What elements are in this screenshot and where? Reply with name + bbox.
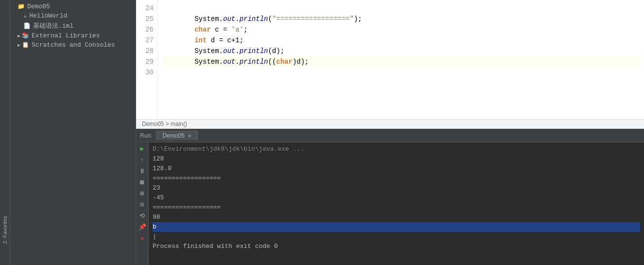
sidebar-item-scratches[interactable]: ▶ 📋 Scratches and Consoles [10,40,136,50]
code-token: System. [162,46,223,56]
main-area: 24 25 26 27 28 29 30 System.out.println(… [136,0,644,265]
output-line-98: 98 [153,212,640,222]
code-line-26: char c = 'a'; [162,24,640,35]
output-line-128: 128 [153,154,640,164]
code-token: (d); [268,46,284,56]
sidebar-file-tree: 📁 Demo05 ☕ HelloWorld 📄 基础语法.iml ▶ 📚 Ext… [10,0,136,265]
close-run-button[interactable]: ✕ [138,234,147,243]
reload-button[interactable]: ⟲ [138,212,147,220]
code-token [162,24,194,35]
code-token: ( [268,56,272,67]
sidebar-item-label: Demo05 [27,3,50,10]
output-line-23: 23 [153,183,640,193]
line-num-28: 28 [138,46,154,56]
run-label: Run: [140,132,152,139]
favorites-bar: 2: Favorites [0,0,10,265]
code-token: int [194,35,207,46]
grid1-button[interactable]: ⊞ [138,189,147,198]
code-token: ); [354,14,362,24]
line-num-26: 26 [138,24,154,35]
java-file-icon: ☕ [23,12,27,19]
line-num-30: 30 [138,67,154,78]
line-numbers: 24 25 26 27 28 29 30 [136,0,158,119]
code-token: println [240,14,268,24]
sidebar-item-iml[interactable]: 📄 基础语法.iml [10,20,136,31]
close-icon[interactable]: ✕ [188,133,191,139]
sidebar-item-label: External Libraries [32,32,100,39]
code-token: 'a' [231,24,244,35]
favorites-label[interactable]: 2: Favorites [1,214,9,246]
line-num-25: 25 [138,14,154,24]
code-token: char [194,24,211,35]
output-line-b: b [153,222,640,232]
run-tab-bar: Run: Demo05 ✕ [136,129,644,142]
code-token: out [223,14,235,24]
code-token: . [235,14,239,24]
code-line-24 [162,3,640,14]
run-body: ▶ ↑ ⏸ ⏹ ⊞ ⊟ ⟲ 📌 ✕ D:\Environment\jdk8\jd… [136,142,644,265]
code-editor[interactable]: System.out.println("==================")… [158,0,644,119]
sidebar-item-ext-libs[interactable]: ▶ 📚 External Libraries [10,31,136,40]
grid2-button[interactable]: ⊟ [138,200,147,209]
output-line-128-0: 128.0 [153,164,640,174]
editor-area: 24 25 26 27 28 29 30 System.out.println(… [136,0,644,119]
code-token: System. [162,56,223,67]
output-line-process: Process finished with exit code 0 [153,242,640,251]
line-num-24: 24 [138,3,154,14]
code-line-29: System.out.println((char)d); [162,56,640,67]
sidebar-item-label: 基础语法.iml [33,21,73,30]
pin-button[interactable]: 📌 [138,223,147,231]
sidebar-item-label: HelloWorld [29,12,67,19]
code-token: . [235,46,239,56]
output-line-eq1: ================== [153,174,640,183]
line-num-29: 29 [138,56,154,67]
output-line-cursor: | [153,232,640,242]
code-token: c = [211,24,231,35]
code-token: out [223,56,235,67]
iml-file-icon: 📄 [23,22,31,30]
line-num-27: 27 [138,35,154,46]
code-line-28: System.out.println(d); [162,46,640,56]
breadcrumb-text: Demo05 > main() [142,121,187,127]
folder-icon: 📁 [17,3,25,10]
stop-button[interactable]: ⏹ [138,178,147,187]
breadcrumb: Demo05 > main() [136,119,644,129]
run-toolbar: ▶ ↑ ⏸ ⏹ ⊞ ⊟ ⟲ 📌 ✕ [136,142,149,265]
run-button[interactable]: ▶ [138,144,147,153]
code-token: ( [268,14,272,24]
up-button[interactable]: ↑ [138,156,147,164]
code-token: out [223,46,235,56]
project-sidebar: 📁 Demo05 ☕ HelloWorld 📄 基础语法.iml ▶ 📚 Ext… [10,0,136,265]
output-line-path: D:\Environment\jdk8\jdk\bin\java.exe ... [153,144,640,154]
run-panel: Run: Demo05 ✕ ▶ ↑ ⏸ ⏹ ⊞ ⊟ ⟲ 📌 ✕ D:\En [136,129,644,265]
run-tab-demo05[interactable]: Demo05 ✕ [156,131,197,140]
code-token: )d); [293,56,309,67]
pause-button[interactable]: ⏸ [138,167,147,176]
output-line-eq2: ================== [153,203,640,212]
arrow-icon: ▶ [17,33,20,39]
output-line-neg45: -45 [153,193,640,203]
code-token: d = c+1; [207,35,244,46]
sidebar-item-helloworld[interactable]: ☕ HelloWorld [10,11,136,20]
sidebar-item-demo05[interactable]: 📁 Demo05 [10,2,136,11]
arrow-icon: ▶ [17,42,20,48]
code-token: ( [272,56,276,67]
code-token: char [276,56,293,67]
code-token: println [240,56,268,67]
code-token: System. [162,14,223,24]
code-token: println [240,46,268,56]
sidebar-item-label: Scratches and Consoles [32,41,115,49]
code-line-30 [162,67,640,78]
code-token [162,35,194,46]
code-line-25: System.out.println("==================")… [162,14,640,24]
run-output: D:\Environment\jdk8\jdk\bin\java.exe ...… [149,142,644,265]
library-icon: 📚 [22,32,29,39]
scratches-icon: 📋 [22,41,29,49]
run-tab-label: Demo05 [162,132,184,139]
code-token: "==================" [272,14,354,24]
code-token: ; [244,24,247,35]
code-line-27: int d = c+1; [162,35,640,46]
code-token: . [235,56,239,67]
